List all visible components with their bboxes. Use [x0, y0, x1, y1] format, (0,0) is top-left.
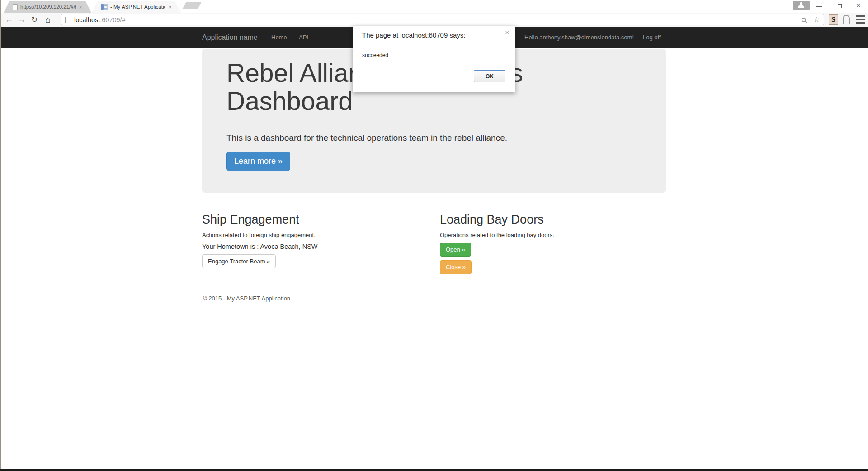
back-button[interactable]: ←	[3, 13, 15, 27]
page-icon	[13, 4, 18, 10]
alert-dialog-message: succeeded	[362, 52, 388, 58]
alert-dialog: The page at localhost:60709 says: succee…	[353, 26, 515, 92]
new-tab-button[interactable]	[183, 2, 202, 9]
aspnet-favicon-icon	[101, 4, 108, 10]
close-window-button[interactable]: ×	[851, 0, 866, 11]
tab-aspnet-app[interactable]: - My ASP.NET Application ×	[92, 1, 181, 13]
profile-button[interactable]	[793, 1, 810, 10]
nav-link-home[interactable]: Home	[271, 27, 287, 48]
alert-dialog-title: The page at localhost:60709 says:	[362, 31, 466, 39]
page-subtitle: This is a dashboard for the technical op…	[226, 133, 507, 143]
url-text[interactable]: localhost:60709/#	[74, 16, 802, 24]
engage-tractor-beam-button[interactable]: Engage Tractor Beam »	[202, 254, 276, 268]
navbar-brand[interactable]: Application name	[202, 27, 258, 48]
browser-toolbar: ← → ↻ ⌂ localhost:60709/# ☆ S	[0, 13, 868, 27]
bookmark-star-icon[interactable]: ☆	[813, 16, 820, 24]
open-doors-button[interactable]: Open »	[440, 243, 471, 257]
ship-engagement-description: Actions related to foreign ship engageme…	[202, 232, 316, 238]
address-bar[interactable]: localhost:60709/# ☆	[61, 14, 824, 25]
ship-engagement-title: Ship Engagement	[202, 213, 299, 227]
nav-link-api[interactable]: API	[299, 27, 308, 48]
url-host: localhost	[74, 16, 100, 24]
search-icon[interactable]	[802, 18, 806, 22]
s-extension-icon[interactable]: S	[829, 14, 838, 25]
loading-bay-description: Operations related to the loading bay do…	[440, 232, 554, 238]
forward-button[interactable]: →	[15, 13, 28, 27]
tab-title: https://10.209.120.21/#/hi	[20, 4, 76, 10]
user-greeting: Hello anthony.shaw@dimensiondata.com!	[524, 27, 634, 48]
home-button[interactable]: ⌂	[42, 13, 54, 27]
tab-strip: https://10.209.120.21/#/hi × - My ASP.NE…	[0, 0, 868, 13]
loading-bay-title: Loading Bay Doors	[440, 213, 544, 227]
restore-icon	[838, 4, 842, 8]
url-path: :60709/#	[100, 16, 125, 24]
close-icon: ×	[856, 2, 860, 9]
footer-copyright: © 2015 - My ASP.NET Application	[203, 295, 290, 302]
restore-button[interactable]	[832, 0, 847, 11]
minimize-icon	[816, 6, 822, 7]
learn-more-button[interactable]: Learn more »	[226, 152, 290, 171]
tab-close-icon[interactable]: ×	[79, 4, 82, 10]
footer-divider	[202, 286, 666, 286]
alert-ok-button[interactable]: OK	[474, 70, 505, 82]
hometown-text: Your Hometown is : Avoca Beach, NSW	[202, 243, 318, 250]
tab-close-icon[interactable]: ×	[168, 4, 172, 10]
page-icon	[65, 17, 70, 23]
window-left-border	[0, 0, 1, 471]
close-doors-button[interactable]: Close »	[440, 260, 472, 274]
menu-hamburger-icon[interactable]	[856, 15, 865, 24]
tab-remote-host[interactable]: https://10.209.120.21/#/hi ×	[4, 1, 91, 13]
browser-window: https://10.209.120.21/#/hi × - My ASP.NE…	[0, 0, 868, 471]
reload-button[interactable]: ↻	[28, 13, 41, 27]
tab-title: - My ASP.NET Application	[110, 4, 165, 10]
minimize-button[interactable]	[811, 0, 827, 11]
ghost-extension-icon[interactable]	[843, 15, 850, 24]
nav-link-logoff[interactable]: Log off	[643, 27, 661, 48]
alert-close-icon[interactable]: ×	[505, 29, 509, 36]
window-bottom-border	[0, 469, 868, 471]
